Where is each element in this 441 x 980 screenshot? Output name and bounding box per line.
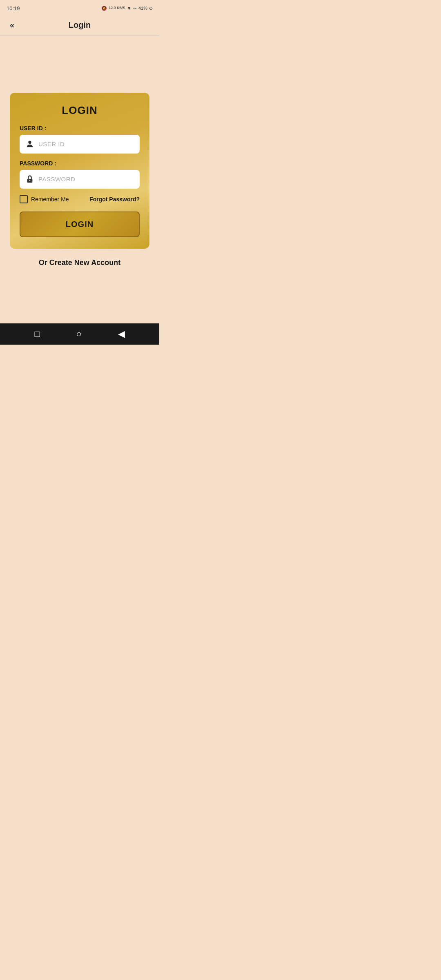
circle-nav-icon[interactable]: ○ [76,329,81,339]
battery-label: 41% [138,6,147,11]
options-row: Remember Me Forgot Password? [20,195,140,203]
svg-point-0 [28,140,31,143]
forgot-password-link[interactable]: Forgot Password? [89,196,140,203]
person-icon [25,140,34,149]
password-input[interactable] [38,176,134,183]
user-id-input-wrapper [20,135,140,154]
square-nav-icon[interactable]: □ [34,329,40,339]
login-button[interactable]: LOGIN [20,212,140,237]
password-input-wrapper [20,170,140,189]
sim-icon: ▪▪ [133,5,137,11]
user-id-label: USER ID : [20,125,140,131]
create-account-link[interactable]: Or Create New Account [39,258,120,267]
page-title: Login [69,20,91,30]
login-card-title: LOGIN [20,104,140,117]
remember-me-checkbox[interactable] [20,195,28,203]
data-speed: 12.0 KB/S [109,6,125,10]
camera-icon: ⊙ [149,6,153,11]
bottom-navigation: □ ○ ◀ [0,323,159,345]
mute-icon: 🔕 [101,6,107,11]
remember-me-wrapper[interactable]: Remember Me [20,195,69,203]
login-card: LOGIN USER ID : PASSWORD : [10,93,149,249]
status-bar: 10:19 🔕 12.0 KB/S ▼ ▪▪ 41% ⊙ [0,0,159,15]
back-button[interactable]: « [7,19,18,31]
svg-point-2 [29,180,31,181]
user-id-input[interactable] [38,140,134,147]
status-time: 10:19 [7,5,20,11]
password-label: PASSWORD : [20,160,140,167]
wifi-icon: ▼ [127,6,131,11]
main-content: LOGIN USER ID : PASSWORD : [0,36,159,323]
remember-me-label: Remember Me [31,196,69,203]
lock-icon [25,175,34,184]
back-nav-icon[interactable]: ◀ [118,329,125,339]
status-icons: 🔕 12.0 KB/S ▼ ▪▪ 41% ⊙ [101,5,153,11]
app-header: « Login [0,15,159,36]
